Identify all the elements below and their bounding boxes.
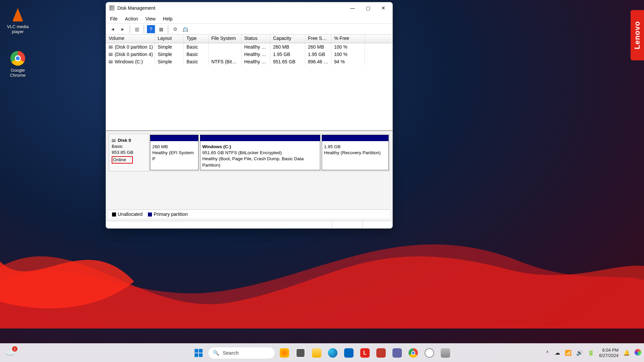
volume-list: Volume Layout Type File System Status Ca…	[106, 35, 392, 131]
taskbar-clock[interactable]: 6:04 PM 6/27/2024	[599, 348, 619, 358]
menubar: File Action View Help	[106, 14, 392, 24]
lenovo-brand-tag: Lenovo	[631, 10, 644, 60]
cell-pct: 94 %	[331, 58, 365, 65]
disk-state: Online	[113, 157, 126, 162]
cell-volume: Windows (C:)	[115, 59, 143, 64]
disk-management-window: Disk Management — ▢ ✕ File Action View H…	[106, 2, 393, 229]
volume-icon	[109, 53, 113, 56]
tray-notifications-icon[interactable]: 🔔	[623, 350, 630, 356]
col-freespace[interactable]: Free Sp...	[305, 35, 331, 43]
minimize-button[interactable]: —	[345, 3, 360, 13]
cell-fs	[209, 43, 241, 51]
cell-capacity: 951.65 GB	[270, 58, 305, 65]
statusbar	[106, 221, 392, 228]
col-volume[interactable]: Volume	[106, 35, 155, 43]
partition[interactable]: Windows (C:) 951.65 GB NTFS (BitLocker E…	[200, 135, 320, 170]
legend-primary: Primary partition	[154, 212, 188, 217]
maximize-button[interactable]: ▢	[360, 3, 376, 13]
taskbar-search[interactable]: 🔍 Search	[208, 347, 275, 359]
close-button[interactable]: ✕	[376, 3, 391, 13]
partition-size: 260 MB	[152, 144, 196, 150]
legend-swatch-unallocated	[112, 213, 116, 217]
taskbar-copilot[interactable]	[278, 346, 291, 360]
cell-status: Healthy (E...	[241, 43, 270, 51]
desktop-icon-label: VLC media player	[3, 24, 33, 34]
tray-pre-icon[interactable]	[635, 349, 641, 357]
desktop: VLC media player Google Chrome Lenovo Di…	[0, 0, 644, 362]
partition-map: 260 MB Healthy (EFI System P Windows (C:…	[149, 134, 389, 171]
col-filesystem[interactable]: File System	[209, 35, 241, 43]
taskbar-store[interactable]	[342, 346, 356, 360]
cell-volume: (Disk 0 partition 1)	[115, 44, 153, 50]
disk-mgmt-icon	[109, 5, 115, 11]
disk-state-highlight: Online	[112, 156, 133, 164]
tray-overflow[interactable]: ＾	[545, 349, 550, 356]
toolbar-separator	[168, 25, 168, 33]
settings-button[interactable]: ⚙	[171, 25, 179, 33]
help-button[interactable]: ?	[147, 25, 155, 33]
svg-rect-2	[195, 353, 198, 357]
menu-action[interactable]: Action	[125, 16, 138, 21]
weather-widget[interactable]: ☁️1	[5, 348, 15, 358]
taskbar-teams[interactable]	[390, 346, 404, 360]
weather-icon: ☁️1	[5, 348, 15, 358]
menu-file[interactable]: File	[110, 16, 118, 21]
tray-onedrive-icon[interactable]: ☁	[555, 350, 560, 356]
partition[interactable]: 260 MB Healthy (EFI System P	[150, 135, 199, 170]
legend-unallocated: Unallocated	[118, 212, 143, 217]
taskbar-app-red[interactable]	[374, 346, 388, 360]
titlebar[interactable]: Disk Management — ▢ ✕	[106, 2, 392, 14]
system-tray: ＾ ☁ 📶 🔊 🔋 6:04 PM 6/27/2024 🔔	[545, 348, 641, 358]
desktop-icon-chrome[interactable]: Google Chrome	[3, 50, 33, 78]
taskbar-chrome[interactable]	[407, 346, 420, 360]
svg-rect-0	[195, 349, 198, 353]
cell-layout: Simple	[155, 51, 184, 58]
properties-button[interactable]: 📇	[181, 25, 189, 33]
forward-button[interactable]: ►	[119, 25, 127, 33]
svg-rect-3	[199, 353, 203, 357]
volume-row[interactable]: (Disk 0 partition 4) Simple Basic Health…	[106, 51, 392, 58]
start-button[interactable]	[192, 346, 205, 360]
menu-help[interactable]: Help	[163, 16, 173, 21]
disk-icon	[112, 139, 116, 142]
taskbar-clock-app[interactable]	[423, 346, 436, 360]
clock-date: 6/27/2024	[599, 353, 619, 358]
disk-label[interactable]: Disk 0 Basic 953.85 GB Online	[109, 134, 149, 171]
cell-free: 1.95 GB	[305, 51, 331, 58]
tray-volume-icon[interactable]: 🔊	[576, 350, 583, 356]
desktop-icon-vlc[interactable]: VLC media player	[3, 7, 33, 34]
menu-view[interactable]: View	[145, 16, 155, 21]
volume-list-header: Volume Layout Type File System Status Ca…	[106, 35, 392, 43]
tray-wifi-icon[interactable]: 📶	[565, 350, 572, 356]
refresh-button[interactable]: ▦	[157, 25, 165, 33]
partition-size: 951.65 GB NTFS (BitLocker Encrypted)	[202, 150, 318, 156]
volume-icon	[109, 60, 113, 63]
col-pctfree[interactable]: % Free	[331, 35, 365, 43]
tray-battery-icon[interactable]: 🔋	[588, 350, 594, 356]
col-capacity[interactable]: Capacity	[270, 35, 305, 43]
col-status[interactable]: Status	[241, 35, 270, 43]
taskbar-edge[interactable]	[326, 346, 339, 360]
taskbar-explorer[interactable]	[310, 346, 323, 360]
show-hide-tree-button[interactable]: ▥	[133, 25, 141, 33]
clock-time: 6:04 PM	[599, 348, 619, 353]
taskbar-diskmgmt[interactable]	[439, 346, 452, 360]
taskbar-taskview[interactable]	[294, 346, 307, 360]
col-layout[interactable]: Layout	[155, 35, 184, 43]
partition[interactable]: 1.95 GB Healthy (Recovery Partition)	[322, 135, 389, 170]
volume-row[interactable]: (Disk 0 partition 1) Simple Basic Health…	[106, 43, 392, 51]
cell-fs: NTFS (BitLo...	[209, 58, 241, 65]
disk-graphical-pane: Disk 0 Basic 953.85 GB Online 260 MB Hea…	[106, 131, 392, 221]
cell-volume: (Disk 0 partition 4)	[115, 52, 153, 57]
search-icon: 🔍	[213, 350, 219, 356]
taskbar-lenovo-vantage[interactable]: L	[358, 346, 372, 360]
desktop-icon-label: Google Chrome	[3, 68, 33, 78]
partition-status: Healthy (Recovery Partition)	[324, 150, 386, 156]
search-placeholder: Search	[223, 350, 239, 356]
svg-rect-1	[199, 349, 203, 353]
back-button[interactable]: ◄	[109, 25, 117, 33]
cell-capacity: 260 MB	[270, 43, 305, 51]
col-type[interactable]: Type	[184, 35, 209, 43]
volume-row[interactable]: Windows (C:) Simple Basic NTFS (BitLo...…	[106, 58, 392, 65]
partition-header-bar	[150, 135, 198, 141]
